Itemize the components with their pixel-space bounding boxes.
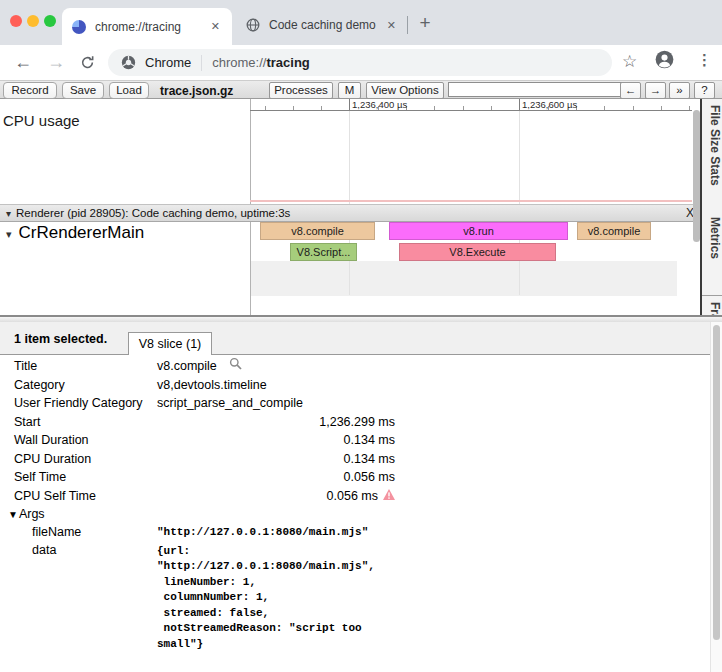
view-options-button[interactable]: View Options: [366, 82, 444, 99]
new-tab-button[interactable]: +: [414, 12, 436, 34]
collapse-triangle-icon[interactable]: [6, 207, 16, 219]
tab-code-caching-demo[interactable]: Code caching demo ✕: [240, 10, 404, 40]
browser-menu-icon[interactable]: ⋮: [697, 51, 712, 69]
tab-close-icon[interactable]: ✕: [209, 18, 222, 35]
thread-track-background: [250, 261, 677, 296]
inspector-row: Wall Duration0.134 ms: [0, 431, 710, 450]
inspector-row: User Friendly Categoryscript_parse_and_c…: [0, 394, 710, 413]
row-label: Start: [14, 413, 40, 432]
arg-value: {url: "http://127.0.0.1:8080/main.mjs", …: [157, 542, 710, 654]
find-end-button[interactable]: »: [669, 82, 690, 99]
analysis-scrollbar-thumb[interactable]: [713, 325, 720, 640]
help-button[interactable]: ?: [694, 82, 715, 99]
sidebar-tab-metrics[interactable]: Metrics: [702, 211, 722, 295]
panel-splitter-handle[interactable]: [0, 315, 722, 322]
inspector-row: Titlev8.compile: [0, 357, 710, 376]
ruler-tick: [349, 99, 350, 110]
timeline-scrollbar-thumb[interactable]: [693, 110, 700, 242]
back-icon[interactable]: ←: [14, 52, 32, 72]
cpu-usage-track-label: CPU usage: [3, 112, 80, 129]
sidebar-tab-file-size-stats[interactable]: File Size Stats: [702, 99, 722, 211]
ruler-tick: [463, 106, 464, 110]
find-next-button[interactable]: →: [645, 82, 666, 99]
trace-filename: trace.json.gz: [160, 84, 233, 98]
timeline-view: 1,236,400 µs1,236,600 µs CPU usage Rende…: [0, 99, 722, 315]
inspector-row: CPU Duration0.134 ms: [0, 450, 710, 469]
inspector-row: Self Time0.056 ms: [0, 468, 710, 487]
analysis-body: Titlev8.compileCategoryv8,devtools.timel…: [0, 355, 710, 672]
ruler-tick: [633, 106, 634, 110]
process-header-bar[interactable]: Renderer (pid 28905): Code caching demo,…: [0, 204, 704, 222]
args-label: Args: [19, 507, 45, 521]
tracing-favicon-icon: [72, 20, 86, 34]
tab-v8-slice[interactable]: V8 slice (1): [128, 332, 212, 355]
tab-strip: chrome://tracing ✕ Code caching demo ✕ +: [0, 0, 722, 45]
trace-slice[interactable]: v8.compile: [260, 222, 375, 240]
ruler-label: 1,236,600 µs: [522, 99, 577, 110]
trace-slice[interactable]: v8.run: [389, 222, 568, 240]
row-value: 0.056 ms: [327, 487, 395, 506]
tracing-toolbar: Record Save Load trace.json.gz Processes…: [0, 80, 722, 99]
analysis-scrollbar[interactable]: [710, 322, 722, 672]
save-button[interactable]: Save: [62, 82, 104, 99]
browser-window: chrome://tracing ✕ Code caching demo ✕ +…: [0, 0, 722, 672]
timeline-gridline: [349, 110, 350, 295]
trace-slice[interactable]: V8.Execute: [399, 243, 556, 261]
inspector-row: Start1,236.299 ms: [0, 413, 710, 432]
chrome-logo-icon: [121, 55, 136, 70]
analysis-panel: 1 item selected. V8 slice (1) Titlev8.co…: [0, 322, 722, 672]
trace-slice[interactable]: V8.Script...: [290, 243, 357, 261]
arg-key: fileName: [32, 525, 81, 539]
record-button[interactable]: Record: [3, 82, 57, 99]
tab-close-icon[interactable]: ✕: [385, 17, 398, 34]
ruler-tick: [434, 106, 435, 110]
find-input[interactable]: [448, 82, 622, 97]
ruler-tick: [519, 99, 520, 110]
address-bar: ← → Chrome chrome:// tracing ☆ ⋮: [0, 45, 722, 80]
timeline-sidebar-tabs: File Size StatsMetricsFra: [700, 99, 722, 315]
collapse-triangle-icon[interactable]: [6, 223, 19, 243]
ruler-tick: [689, 106, 690, 110]
reload-icon[interactable]: [80, 54, 95, 74]
sidebar-tab-fra[interactable]: Fra: [702, 295, 722, 315]
site-label: Chrome: [145, 55, 191, 70]
window-minimize-button[interactable]: [27, 15, 39, 27]
url-host: tracing: [266, 55, 309, 70]
globe-icon: [246, 18, 260, 32]
selection-status: 1 item selected.: [14, 332, 107, 346]
inspector-row: CPU Self Time0.056 ms: [0, 487, 710, 506]
ruler-tick: [321, 106, 322, 110]
ruler-tick: [265, 106, 266, 110]
search-icon[interactable]: [229, 357, 242, 376]
timeline-ruler[interactable]: 1,236,400 µs1,236,600 µs: [250, 99, 692, 111]
window-zoom-button[interactable]: [44, 15, 56, 27]
tab-title: chrome://tracing: [95, 20, 209, 34]
trace-slice[interactable]: v8.compile: [577, 222, 651, 240]
row-label: CPU Self Time: [14, 487, 96, 506]
inspector-rows: Titlev8.compileCategoryv8,devtools.timel…: [0, 357, 710, 505]
row-label: Wall Duration: [14, 431, 89, 450]
inspector-row: Categoryv8,devtools.timeline: [0, 376, 710, 395]
args-collapse-icon[interactable]: [8, 507, 19, 521]
arg-key: data: [32, 543, 56, 557]
ruler-tick: [661, 106, 662, 110]
mode-button[interactable]: M: [338, 82, 361, 99]
bookmark-star-icon[interactable]: ☆: [622, 51, 637, 72]
row-value: v8,devtools.timeline: [157, 376, 267, 395]
load-button[interactable]: Load: [109, 82, 149, 99]
omnibox-separator: [201, 55, 202, 71]
profile-avatar-icon[interactable]: [655, 50, 674, 69]
row-value: script_parse_and_compile: [157, 394, 303, 413]
thread-label[interactable]: CrRendererMain: [6, 223, 144, 243]
window-close-button[interactable]: [10, 15, 22, 27]
cpu-usage-baseline: [250, 200, 692, 202]
args-header[interactable]: Args: [0, 505, 710, 524]
arg-value: "http://127.0.0.1:8080/main.mjs": [157, 524, 710, 543]
warning-icon: [383, 487, 395, 506]
processes-button[interactable]: Processes: [269, 82, 333, 99]
row-label: Self Time: [14, 468, 66, 487]
tab-tracing[interactable]: chrome://tracing ✕: [62, 8, 232, 45]
find-prev-button[interactable]: ←: [620, 82, 641, 99]
arg-row: fileName"http://127.0.0.1:8080/main.mjs": [0, 524, 710, 543]
omnibox[interactable]: Chrome chrome:// tracing: [108, 49, 612, 76]
